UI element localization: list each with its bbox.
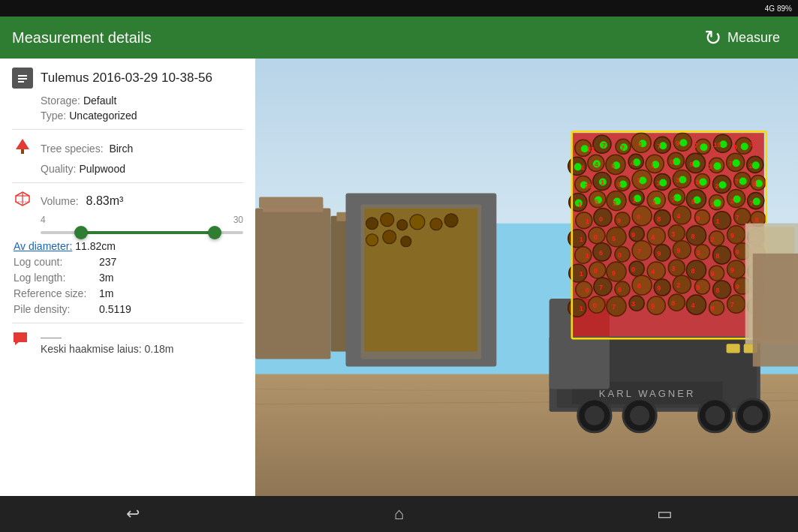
svg-text:8: 8: [691, 267, 694, 275]
svg-text:7: 7: [657, 143, 661, 150]
svg-text:8: 8: [716, 252, 720, 260]
type-value: Uncategorized: [69, 110, 137, 122]
svg-text:6: 6: [637, 282, 641, 290]
svg-point-44: [743, 406, 763, 425]
svg-point-20: [381, 213, 394, 227]
entry-icon: [12, 68, 33, 89]
svg-text:2: 2: [730, 197, 734, 205]
svg-text:20: 20: [585, 182, 592, 190]
svg-text:1: 1: [581, 164, 585, 171]
measure-button[interactable]: ↻ Measure: [698, 23, 786, 53]
svg-rect-18: [365, 209, 478, 352]
svg-text:1: 1: [578, 201, 582, 209]
back-button[interactable]: ↩: [103, 496, 163, 532]
svg-text:0: 0: [599, 215, 603, 223]
av-diameter-row: Av diameter: 11.82cm: [12, 240, 243, 252]
svg-text:3: 3: [652, 199, 655, 206]
svg-text:2: 2: [749, 162, 753, 170]
page-title: Measurement details: [12, 29, 152, 47]
svg-text:7: 7: [736, 214, 739, 221]
slider-thumb-left[interactable]: [74, 226, 88, 239]
svg-point-27: [401, 236, 411, 247]
svg-point-102: [686, 226, 706, 245]
svg-text:3: 3: [696, 249, 700, 257]
measure-button-label: Measure: [727, 30, 780, 46]
svg-text:0: 0: [637, 213, 640, 221]
svg-text:10: 10: [714, 141, 721, 149]
slider-fill: [81, 231, 215, 234]
battery-indicator: 89%: [777, 5, 792, 13]
svg-text:1: 1: [716, 218, 720, 225]
species-details: Tree species: Birch: [41, 143, 133, 155]
svg-text:7: 7: [621, 144, 625, 152]
svg-point-91: [673, 206, 691, 224]
svg-point-131: [673, 275, 691, 293]
av-diameter-label[interactable]: Av diameter:: [14, 240, 72, 252]
svg-text:0: 0: [631, 266, 635, 273]
slider-track[interactable]: [41, 231, 243, 234]
cube-icon: [12, 191, 33, 212]
svg-point-126: [576, 281, 592, 298]
svg-point-128: [615, 281, 630, 296]
svg-point-86: [576, 212, 592, 229]
divider-1: [12, 129, 243, 130]
svg-point-24: [444, 214, 458, 227]
svg-text:7: 7: [599, 284, 603, 291]
svg-point-100: [647, 227, 665, 245]
svg-point-173: [739, 177, 747, 185]
log-count-value: 237: [99, 256, 116, 268]
svg-point-151: [679, 139, 687, 146]
svg-rect-3: [18, 81, 24, 83]
svg-text:8: 8: [671, 299, 675, 307]
svg-text:8: 8: [711, 305, 715, 312]
svg-point-120: [647, 262, 665, 280]
svg-point-108: [615, 247, 630, 262]
svg-text:3: 3: [631, 300, 635, 308]
svg-text:9: 9: [736, 248, 739, 256]
svg-text:9: 9: [711, 270, 715, 278]
svg-text:8: 8: [716, 287, 720, 294]
top-bar: Measurement details ↻ Measure: [0, 17, 798, 59]
svg-point-19: [366, 218, 378, 230]
svg-rect-13: [259, 197, 323, 209]
svg-text:9: 9: [651, 302, 655, 310]
svg-text:7: 7: [729, 160, 733, 167]
quality-value: Pulpwood: [79, 163, 125, 175]
svg-text:12: 12: [587, 146, 595, 153]
svg-point-136: [568, 299, 586, 317]
type-label: Type:: [41, 110, 66, 122]
svg-rect-5: [21, 149, 24, 154]
svg-text:8: 8: [691, 198, 694, 206]
svg-point-98: [607, 227, 626, 247]
svg-text:8: 8: [733, 143, 737, 151]
svg-point-154: [741, 143, 748, 150]
svg-rect-2: [18, 78, 27, 80]
reference-size-row: Reference size: 1m: [12, 287, 243, 299]
svg-point-160: [673, 158, 680, 165]
volume-section: Volume: 8.83m³: [12, 191, 243, 212]
svg-point-162: [714, 162, 721, 170]
svg-text:1: 1: [601, 179, 604, 186]
diameter-slider[interactable]: 4 30: [12, 215, 243, 234]
svg-text:4: 4: [676, 212, 680, 220]
svg-text:4: 4: [651, 268, 655, 275]
slider-thumb-right[interactable]: [208, 226, 221, 239]
svg-point-89: [632, 206, 652, 226]
svg-point-21: [397, 220, 408, 230]
recents-button[interactable]: ▭: [635, 496, 695, 532]
svg-text:7: 7: [750, 200, 754, 207]
recents-icon: ▭: [657, 504, 673, 524]
svg-text:1: 1: [586, 252, 589, 260]
svg-point-23: [430, 218, 442, 230]
right-panel: KARL WAGNER: [255, 59, 798, 496]
status-icons: 4G 89%: [765, 5, 792, 13]
svg-text:0: 0: [594, 233, 598, 241]
svg-rect-11: [255, 209, 330, 359]
slider-labels: 4 30: [41, 215, 243, 225]
storage-label: Storage:: [41, 95, 80, 107]
home-button[interactable]: ⌂: [369, 496, 429, 532]
svg-text:3: 3: [671, 230, 675, 238]
svg-text:7: 7: [671, 196, 675, 203]
svg-text:3: 3: [676, 176, 679, 184]
svg-text:9: 9: [689, 161, 693, 168]
